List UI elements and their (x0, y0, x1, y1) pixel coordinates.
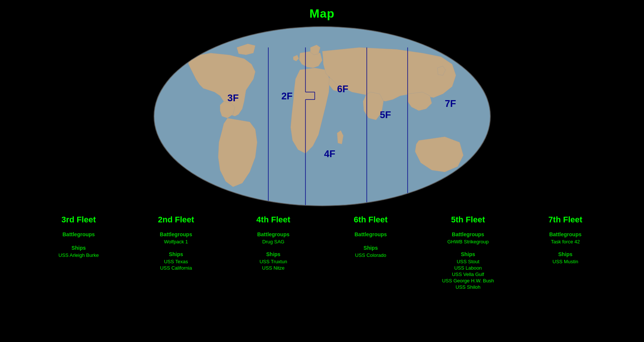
ship-value-5th: USS Laboon (454, 265, 482, 271)
battlegroups-label-5th: Battlegroups (452, 231, 484, 237)
battlegroups-label-7th: Battlegroups (549, 231, 581, 237)
battlegroup-value-5th: GHWB Strikegroup (447, 239, 489, 244)
svg-text:5F: 5F (380, 110, 391, 120)
svg-text:6F: 6F (337, 84, 348, 94)
battlegroups-label-2nd: Battlegroups (160, 231, 192, 237)
page-title: Map (0, 0, 644, 24)
fleet-name-6th: 6th Fleet (354, 215, 387, 225)
ships-label-4th: Ships (266, 251, 281, 257)
svg-text:7F: 7F (445, 98, 456, 109)
ships-label-2nd: Ships (169, 251, 183, 257)
fleet-column-2nd: 2nd FleetBattlegroupsWolfpack 1ShipsUSS … (127, 215, 225, 291)
ship-value-6th: USS Colorado (355, 252, 386, 258)
svg-text:4F: 4F (324, 148, 335, 159)
ship-value-5th: USS Stout (457, 259, 480, 264)
fleet-name-2nd: 2nd Fleet (158, 215, 194, 225)
fleet-name-5th: 5th Fleet (451, 215, 485, 225)
ships-label-7th: Ships (558, 251, 572, 257)
battlegroup-value-7th: Task force 42 (551, 239, 580, 244)
ship-value-3rd: USS Arleigh Burke (58, 252, 99, 258)
fleet-name-7th: 7th Fleet (548, 215, 582, 225)
ships-label-3rd: Ships (72, 245, 86, 251)
battlegroup-value-2nd: Wolfpack 1 (164, 239, 188, 244)
fleet-column-3rd: 3rd FleetBattlegroupsShipsUSS Arleigh Bu… (30, 215, 127, 291)
ship-value-5th: USS George H.W. Bush (442, 278, 494, 284)
battlegroup-value-4th: Drug SAG (262, 239, 284, 244)
ship-value-2nd: USS Texas (164, 259, 188, 264)
map-oval: 3F 2F 4F 6F 5F 7F (154, 26, 491, 206)
ship-value-4th: USS Nitze (262, 265, 285, 271)
fleet-name-4th: 4th Fleet (256, 215, 290, 225)
battlegroups-label-3rd: Battlegroups (63, 231, 95, 237)
ship-value-2nd: USS California (160, 265, 192, 271)
fleet-name-3rd: 3rd Fleet (61, 215, 96, 225)
ships-label-6th: Ships (363, 245, 378, 251)
ship-value-5th: USS Vella Gulf (452, 272, 484, 277)
svg-text:3F: 3F (227, 93, 239, 103)
fleet-column-5th: 5th FleetBattlegroupsGHWB StrikegroupShi… (419, 215, 517, 291)
fleet-column-7th: 7th FleetBattlegroupsTask force 42ShipsU… (517, 215, 614, 291)
ships-label-5th: Ships (461, 251, 475, 257)
ship-value-7th: USS Mustin (553, 259, 578, 264)
svg-text:2F: 2F (281, 91, 292, 101)
ship-value-4th: USS Truxtun (260, 259, 287, 264)
fleet-info: 3rd FleetBattlegroupsShipsUSS Arleigh Bu… (0, 215, 644, 291)
fleet-column-6th: 6th FleetBattlegroupsShipsUSS Colorado (322, 215, 420, 291)
battlegroups-label-6th: Battlegroups (354, 231, 387, 237)
fleet-column-4th: 4th FleetBattlegroupsDrug SAGShipsUSS Tr… (225, 215, 322, 291)
world-map-svg: 3F 2F 4F 6F 5F 7F (154, 27, 490, 206)
map-container: 3F 2F 4F 6F 5F 7F (154, 24, 491, 208)
battlegroups-label-4th: Battlegroups (257, 231, 289, 237)
ship-value-5th: USS Shiloh (456, 284, 480, 290)
